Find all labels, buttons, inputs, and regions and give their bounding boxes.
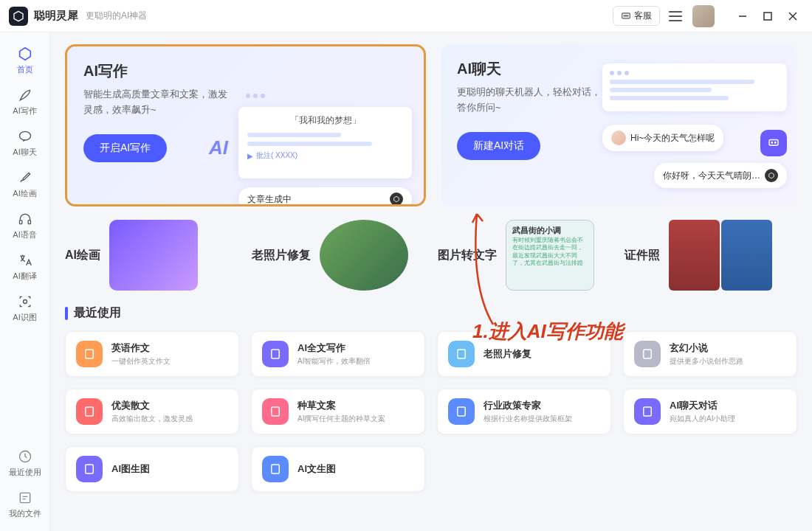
svg-point-3	[625, 15, 626, 15]
recent-card[interactable]: AI聊天对话宛如真人的AI小助理	[623, 389, 797, 434]
recent-card[interactable]: 玄幻小说提供更多小说创作思路	[623, 331, 797, 377]
close-button[interactable]	[782, 6, 803, 27]
sidebar-item-paint[interactable]: AI绘画	[3, 164, 47, 204]
sidebar-item-label: AI识图	[13, 312, 36, 323]
chat-bubble-icon	[621, 11, 631, 21]
feature-tile-row: AI绘画 老照片修复 图片转文字 武昌街的小调 有时候到重庆随蒋书总会不在街边路…	[65, 220, 797, 291]
scan-icon	[17, 294, 33, 310]
recent-card-title: AI图生图	[111, 462, 150, 476]
app-logo	[9, 7, 28, 26]
user-avatar[interactable]	[692, 5, 715, 27]
recent-card-title: 种草文案	[297, 399, 385, 412]
clock-icon	[17, 448, 33, 465]
svg-point-18	[771, 142, 773, 144]
recent-card-icon	[262, 341, 289, 367]
sidebar-item-home[interactable]: 首页	[3, 40, 47, 80]
minimize-icon	[737, 11, 748, 21]
chat-bubble-ai: 你好呀，今天天气晴朗…	[654, 163, 787, 188]
svg-rect-28	[644, 407, 652, 416]
translate-icon	[17, 252, 33, 268]
recent-card[interactable]: AI文生图	[251, 446, 425, 492]
sidebar-item-ocr[interactable]: AI识图	[3, 288, 47, 327]
svg-rect-30	[272, 465, 280, 473]
mock-doc-title: 「我和我的梦想」	[247, 114, 403, 127]
hero-write-mockup: AI 「我和我的梦想」 ▶ 批注( XXXX) 文章生成中	[238, 107, 412, 206]
hex-icon	[390, 192, 403, 206]
svg-point-10	[19, 131, 30, 140]
svg-marker-16	[394, 196, 399, 202]
recent-card-title: AI全文写作	[297, 341, 371, 355]
titlebar: 聪明灵犀 更聪明的AI神器 客服	[0, 0, 812, 32]
hamburger-menu-button[interactable]	[669, 11, 682, 21]
svg-rect-12	[28, 221, 30, 224]
close-icon	[788, 11, 798, 21]
svg-rect-29	[86, 465, 94, 473]
recent-card-icon	[448, 398, 475, 425]
sidebar-item-files[interactable]: 我的文件	[3, 484, 47, 524]
recent-card[interactable]: AI全文写作AI智能写作，效率翻倍	[251, 331, 425, 377]
svg-rect-15	[20, 493, 30, 502]
tile-photo-restore[interactable]: 老照片修复	[252, 220, 425, 291]
sidebar-item-label: AI语音	[13, 229, 36, 240]
svg-point-13	[23, 300, 27, 304]
maximize-button[interactable]	[757, 6, 778, 27]
sidebar-item-write[interactable]: AI写作	[3, 81, 47, 121]
brush-icon	[17, 170, 33, 186]
svg-rect-11	[19, 221, 21, 224]
recent-card-icon	[634, 341, 661, 367]
hero-chat-desc: 更聪明的聊天机器人，轻松对话，答你所问~	[457, 85, 605, 116]
minimize-button[interactable]	[732, 6, 753, 27]
recent-card[interactable]: 行业政策专家根据行业名称提供政策框架	[437, 389, 611, 434]
recent-section-head: 最近使用	[65, 305, 797, 321]
customer-service-label: 客服	[634, 10, 652, 22]
recent-card[interactable]: AI图生图	[65, 446, 239, 492]
tile-id-label: 证件照	[625, 248, 660, 263]
recent-card[interactable]: 优美散文高效输出散文，激发灵感	[65, 389, 239, 434]
recent-card-sub: AI智能写作，效率翻倍	[297, 356, 371, 367]
feather-icon	[17, 87, 33, 103]
tile-photo-label: 老照片修复	[252, 248, 311, 263]
recent-card-icon	[76, 341, 103, 367]
svg-rect-25	[86, 407, 94, 416]
main-content: AI写作 智能生成高质量文章和文案，激发灵感，效率飙升~ 开启AI写作 AI 「…	[50, 32, 812, 531]
ai-badge: AI	[209, 136, 228, 159]
recent-card-title: AI文生图	[297, 462, 336, 476]
recent-card-sub: 高效输出散文，激发灵感	[111, 414, 193, 424]
maximize-icon	[763, 12, 772, 21]
sidebar-item-voice[interactable]: AI语音	[3, 205, 47, 245]
new-chat-button[interactable]: 新建AI对话	[457, 132, 540, 160]
home-hex-icon	[17, 46, 33, 62]
tile-ocr[interactable]: 图片转文字 武昌街的小调 有时候到重庆随蒋书总会不在街边路武昌街去走一回，最近发…	[438, 220, 611, 291]
chat-icon	[17, 128, 33, 145]
tile-id-photo[interactable]: 证件照	[625, 220, 798, 291]
svg-rect-21	[86, 350, 94, 358]
recent-card[interactable]: 种草文案AI撰写任何主题的种草文案	[251, 389, 425, 434]
tile-ocr-thumb: 武昌街的小调 有时候到重庆随蒋书总会不在街边路武昌街去走一回，最近发现武昌街大大…	[506, 220, 594, 291]
sidebar-item-label: AI写作	[13, 105, 36, 117]
customer-service-button[interactable]: 客服	[613, 6, 660, 26]
recent-card[interactable]: 英语作文一键创作英文作文	[65, 331, 239, 377]
tile-paint[interactable]: AI绘画	[65, 220, 238, 291]
svg-rect-22	[272, 350, 280, 358]
sidebar-item-chat[interactable]: AI聊天	[3, 122, 47, 162]
recent-card-icon	[634, 398, 661, 425]
sidebar-item-label: AI聊天	[13, 147, 36, 158]
sidebar-item-translate[interactable]: AI翻译	[3, 246, 47, 286]
sidebar-item-recent[interactable]: 最近使用	[3, 442, 47, 482]
svg-rect-6	[764, 13, 771, 20]
hero-chat-mockup: Hi~今天的天气怎样呢 你好呀，今天天气晴朗…	[602, 63, 787, 188]
svg-rect-23	[458, 350, 466, 358]
app-subtitle: 更聪明的AI神器	[86, 10, 147, 22]
hero-card-write[interactable]: AI写作 智能生成高质量文章和文案，激发灵感，效率飙升~ 开启AI写作 AI 「…	[65, 44, 426, 206]
start-ai-write-button[interactable]: 开启AI写作	[83, 134, 167, 162]
hero-card-chat[interactable]: AI聊天 更聪明的聊天机器人，轻松对话，答你所问~ 新建AI对话 Hi~今天的天…	[441, 44, 797, 206]
mock-status-pill: 文章生成中	[238, 187, 412, 206]
sidebar-item-label: 我的文件	[9, 508, 41, 519]
recent-card-icon	[262, 398, 289, 425]
svg-point-2	[624, 15, 625, 15]
tile-photo-thumb	[320, 220, 408, 291]
svg-rect-27	[458, 407, 466, 416]
app-name: 聪明灵犀	[34, 9, 78, 23]
svg-rect-26	[272, 407, 280, 416]
sidebar: 首页 AI写作 AI聊天 AI绘画 AI语音 AI翻译 AI识图 最	[0, 32, 50, 531]
